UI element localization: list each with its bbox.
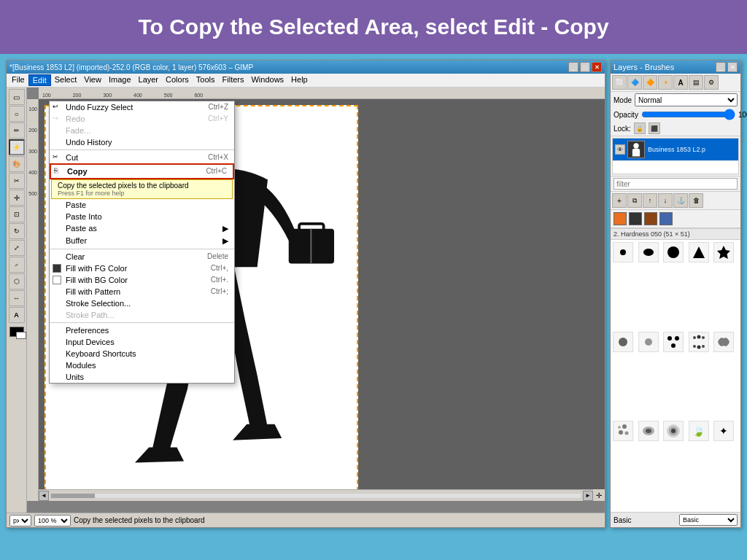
edit-input-devices[interactable]: Input Devices — [50, 336, 234, 348]
brush-item-6[interactable] — [613, 332, 633, 352]
swatch-blue[interactable] — [659, 212, 673, 225]
edit-fill-bg[interactable]: Fill with BG Color Ctrl+. — [50, 274, 234, 286]
layer-duplicate[interactable]: ⧉ — [627, 193, 642, 208]
edit-keyboard-shortcuts[interactable]: Keyboard Shortcuts — [50, 348, 234, 359]
svg-point-40 — [671, 429, 676, 433]
unit-select[interactable]: px — [9, 515, 31, 526]
menu-file[interactable]: File — [8, 74, 28, 86]
tool-lasso[interactable]: ✏ — [9, 122, 25, 139]
brush-item-9[interactable] — [689, 332, 709, 352]
tool-rotate[interactable]: ↻ — [9, 223, 25, 239]
swatch-brown[interactable] — [644, 212, 657, 225]
edit-buffer[interactable]: Buffer ▶ — [50, 235, 234, 247]
layers-tool-7[interactable]: ⚙ — [704, 75, 719, 90]
swatch-black[interactable] — [629, 212, 642, 225]
edit-fill-pattern[interactable]: Fill with Pattern Ctrl+; — [50, 286, 234, 298]
lock-btn-2[interactable]: ⬛ — [649, 122, 660, 134]
edit-fade[interactable]: Fade... — [50, 125, 234, 136]
layer-anchor[interactable]: ⚓ — [673, 193, 688, 208]
brush-item-12[interactable] — [638, 421, 659, 441]
layers-tool-1[interactable]: ⬜ — [612, 75, 627, 90]
tool-scissors[interactable]: ✂ — [9, 173, 25, 189]
layers-close[interactable]: ✕ — [727, 62, 738, 72]
menu-select[interactable]: Select — [51, 74, 81, 86]
tool-color-select[interactable]: 🎨 — [9, 156, 25, 172]
brush-item-5[interactable] — [713, 242, 734, 262]
brush-item-2[interactable] — [638, 242, 659, 262]
brush-section-label: Basic Basic — [611, 512, 740, 527]
edit-stroke-path[interactable]: Stroke Path... — [50, 309, 234, 321]
edit-redo[interactable]: ↪ Redo Ctrl+Y — [50, 113, 234, 125]
brush-item-7[interactable] — [638, 332, 659, 352]
color-fg[interactable] — [9, 327, 24, 337]
tool-scale[interactable]: ⤢ — [9, 240, 25, 256]
edit-menu-dropdown[interactable]: ↩ Undo Fuzzy Select Ctrl+Z ↪ Redo Ctrl+Y… — [49, 101, 235, 384]
layers-tool-6[interactable]: ▤ — [689, 75, 703, 90]
brush-item-14[interactable]: 🍃 — [689, 421, 709, 441]
tool-crop[interactable]: ⊡ — [9, 206, 25, 222]
edit-fill-fg[interactable]: Fill with FG Color Ctrl+, — [50, 262, 234, 274]
edit-paste-into[interactable]: Paste Into — [50, 211, 234, 222]
menu-windows[interactable]: Windows — [247, 74, 287, 86]
brush-item-10[interactable] — [713, 332, 734, 352]
menu-layer[interactable]: Layer — [135, 74, 163, 86]
brush-item-15[interactable]: ✦ — [713, 421, 734, 441]
h-scrollbar[interactable]: ◄ ► — [39, 489, 593, 501]
layers-minimize[interactable]: _ — [716, 62, 726, 72]
edit-modules[interactable]: Modules — [50, 359, 234, 371]
layers-tool-2[interactable]: 🔷 — [627, 75, 642, 90]
edit-undo-history[interactable]: Undo History — [50, 136, 234, 148]
tool-ellipse[interactable]: ○ — [9, 106, 25, 122]
layers-tool-3[interactable]: 🔶 — [643, 75, 657, 90]
tool-text[interactable]: A — [9, 307, 25, 323]
close-button[interactable]: ✕ — [592, 62, 602, 72]
brush-item-4[interactable] — [689, 242, 709, 262]
edit-clear[interactable]: Clear Delete — [50, 251, 234, 262]
layer-filter-input[interactable] — [614, 178, 738, 190]
brush-item-8[interactable] — [663, 332, 684, 352]
edit-preferences[interactable]: Preferences — [50, 324, 234, 336]
menu-help[interactable]: Help — [287, 74, 311, 86]
layer-item-1[interactable]: 👁 Business 1853 L2.p — [613, 139, 738, 161]
tool-shear[interactable]: ⌿ — [9, 257, 25, 273]
layers-tool-5[interactable]: A — [673, 75, 688, 90]
layer-down[interactable]: ↓ — [658, 193, 673, 208]
layers-tool-4[interactable]: 🔸 — [658, 75, 673, 90]
brush-item-11[interactable] — [613, 421, 633, 441]
layer-eye-1[interactable]: 👁 — [615, 144, 625, 155]
maximize-button[interactable]: □ — [580, 62, 590, 72]
edit-copy[interactable]: ⎘ Copy Ctrl+C — [50, 163, 234, 179]
menu-view[interactable]: View — [80, 74, 105, 86]
brush-section-select[interactable]: Basic — [679, 514, 738, 526]
tool-move[interactable]: ✛ — [9, 190, 25, 206]
brush-item-1[interactable] — [613, 242, 633, 262]
menu-edit[interactable]: Edit — [28, 74, 51, 86]
layer-add[interactable]: + — [612, 193, 627, 208]
opacity-slider[interactable] — [641, 109, 735, 120]
layers-lock-row: Lock: 🔒 ⬛ — [611, 121, 740, 136]
zoom-select[interactable]: 100 % — [34, 515, 71, 526]
menu-colors[interactable]: Colors — [162, 74, 193, 86]
layer-delete[interactable]: 🗑 — [689, 193, 703, 208]
tool-flip[interactable]: ↔ — [9, 290, 25, 306]
menu-tools[interactable]: Tools — [193, 74, 219, 86]
edit-cut[interactable]: ✂ Cut Ctrl+X — [50, 152, 234, 163]
edit-paste-as[interactable]: Paste as ▶ — [50, 222, 234, 235]
gimp-statusbar: px 100 % Copy the selected pixels to the… — [7, 513, 605, 527]
layer-up[interactable]: ↑ — [643, 193, 657, 208]
menu-image[interactable]: Image — [105, 74, 135, 86]
minimize-button[interactable]: _ — [568, 62, 578, 72]
brush-item-13[interactable] — [663, 421, 684, 441]
menu-filters[interactable]: Filters — [219, 74, 248, 86]
edit-undo[interactable]: ↩ Undo Fuzzy Select Ctrl+Z — [50, 101, 234, 113]
brush-item-3[interactable] — [663, 242, 684, 262]
tool-perspective[interactable]: ⬡ — [9, 273, 25, 289]
swatch-orange[interactable] — [614, 212, 627, 225]
tool-fuzzy[interactable]: ⚡ — [9, 139, 25, 155]
lock-btn-1[interactable]: 🔒 — [634, 122, 646, 134]
tool-rect-select[interactable]: ▭ — [9, 89, 25, 105]
edit-units[interactable]: Units — [50, 371, 234, 383]
mode-select[interactable]: Normal — [635, 93, 738, 106]
edit-stroke-sel[interactable]: Stroke Selection... — [50, 298, 234, 309]
edit-paste[interactable]: Paste — [50, 199, 234, 211]
